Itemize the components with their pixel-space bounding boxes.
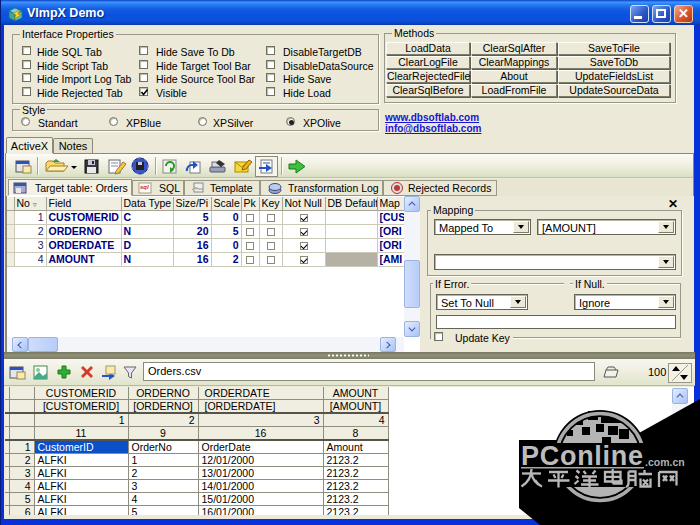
- svg-text:.com.cn: .com.cn: [645, 456, 685, 468]
- svg-text:PConline: PConline: [521, 441, 643, 471]
